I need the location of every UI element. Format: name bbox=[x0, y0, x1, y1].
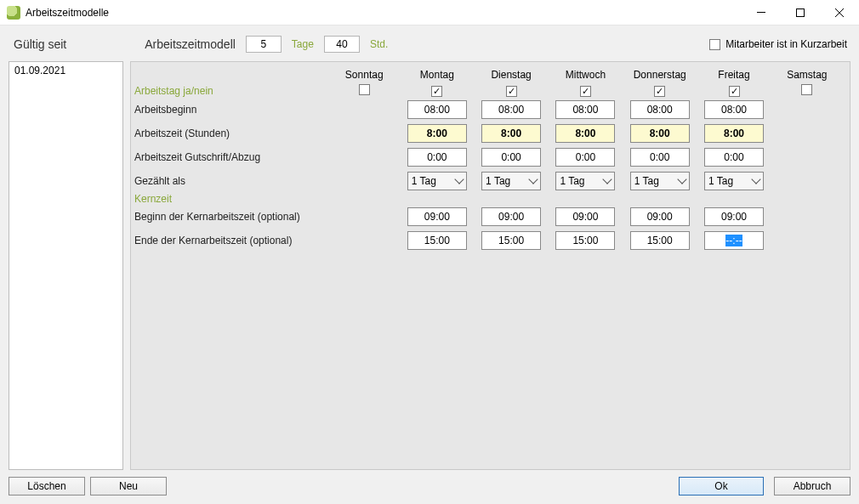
close-icon bbox=[835, 8, 844, 17]
kern-ende-input[interactable] bbox=[555, 231, 615, 250]
workday-checkbox[interactable] bbox=[729, 86, 740, 97]
chevron-down-icon bbox=[603, 174, 612, 184]
ok-button[interactable]: Ok bbox=[679, 477, 764, 496]
gezaehlt-select[interactable]: 1 Tag bbox=[630, 172, 690, 190]
arbeitszeit-input[interactable] bbox=[704, 124, 764, 143]
valid-from-list[interactable]: 01.09.2021 bbox=[9, 61, 123, 470]
app-icon bbox=[7, 6, 20, 20]
chevron-down-icon bbox=[528, 174, 538, 184]
gezaehlt-select[interactable]: 1 Tag bbox=[555, 172, 615, 190]
model-count-input[interactable] bbox=[246, 36, 282, 53]
kurzarbeit-checkbox[interactable]: Mitarbeiter ist in Kurzarbeit bbox=[709, 38, 850, 50]
arbeitsbeginn-input[interactable] bbox=[407, 100, 467, 119]
arbeitszeit-input[interactable] bbox=[555, 124, 615, 143]
arbeitsbeginn-input[interactable] bbox=[630, 100, 690, 119]
gutschrift-input[interactable] bbox=[407, 148, 467, 167]
arbeitsbeginn-input[interactable] bbox=[704, 100, 764, 119]
select-value: 1 Tag bbox=[486, 175, 530, 187]
arbeitszeit-input[interactable] bbox=[407, 124, 467, 143]
day-header: Dienstag bbox=[474, 69, 548, 84]
workday-checkbox[interactable] bbox=[431, 86, 442, 97]
kern-ende-label: Ende der Kernarbeitszeit (optional) bbox=[134, 229, 328, 252]
day-header: Montag bbox=[400, 69, 474, 84]
day-header: Donnerstag bbox=[623, 69, 697, 84]
kern-beginn-input[interactable] bbox=[407, 207, 467, 226]
gutschrift-input[interactable] bbox=[481, 148, 541, 167]
gueltig-seit-label: Gültig seit bbox=[14, 37, 66, 51]
close-button[interactable] bbox=[820, 0, 859, 25]
workday-checkbox[interactable] bbox=[654, 86, 665, 97]
select-value: 1 Tag bbox=[412, 175, 456, 187]
workday-checkbox[interactable] bbox=[580, 86, 591, 97]
day-header: Mittwoch bbox=[549, 69, 623, 84]
list-item[interactable]: 01.09.2021 bbox=[9, 62, 122, 79]
arbeitsbeginn-label: Arbeitsbeginn bbox=[134, 98, 328, 122]
chevron-down-icon bbox=[751, 174, 760, 184]
kern-ende-input[interactable] bbox=[407, 231, 467, 250]
workday-checkbox[interactable] bbox=[801, 84, 812, 95]
select-value: 1 Tag bbox=[708, 175, 753, 187]
kern-ende-input[interactable] bbox=[481, 231, 541, 250]
arbeitsbeginn-input[interactable] bbox=[481, 100, 541, 119]
gezaehlt-label: Gezählt als bbox=[134, 169, 328, 193]
window-body: Gültig seit Arbeitszeitmodell Tage Std. … bbox=[0, 25, 859, 504]
gezaehlt-select[interactable]: 1 Tag bbox=[407, 172, 467, 190]
chevron-down-icon bbox=[454, 174, 464, 184]
workday-checkbox[interactable] bbox=[506, 86, 517, 97]
minimize-button[interactable] bbox=[742, 0, 781, 25]
select-value: 1 Tag bbox=[560, 175, 604, 187]
select-value: 1 Tag bbox=[634, 175, 679, 187]
kernzeit-section-label: Kernzeit bbox=[134, 193, 843, 205]
stunden-input[interactable] bbox=[324, 36, 360, 53]
kern-beginn-input[interactable] bbox=[555, 207, 615, 226]
kurzarbeit-label: Mitarbeiter ist in Kurzarbeit bbox=[725, 38, 847, 50]
gutschrift-label: Arbeitszeit Gutschrift/Abzug bbox=[134, 145, 328, 169]
parameter-row: Gültig seit Arbeitszeitmodell Tage Std. … bbox=[9, 32, 850, 61]
kern-ende-input[interactable] bbox=[630, 231, 690, 250]
arbeitszeit-label: Arbeitszeit (Stunden) bbox=[134, 122, 328, 145]
kern-beginn-label: Beginn der Kernarbeitszeit (optional) bbox=[134, 205, 328, 229]
maximize-button[interactable] bbox=[781, 0, 820, 25]
new-button[interactable]: Neu bbox=[90, 477, 167, 496]
model-label: Arbeitszeitmodell bbox=[145, 37, 236, 51]
chevron-down-icon bbox=[677, 174, 686, 184]
gezaehlt-select[interactable]: 1 Tag bbox=[704, 172, 764, 190]
workday-section-label: Arbeitstag ja/nein bbox=[134, 84, 328, 98]
arbeitsbeginn-input[interactable] bbox=[555, 100, 615, 119]
gezaehlt-select[interactable]: 1 Tag bbox=[481, 172, 541, 190]
tage-label: Tage bbox=[292, 38, 314, 50]
window-controls bbox=[742, 0, 859, 25]
day-header: Freitag bbox=[697, 69, 771, 84]
cancel-button[interactable]: Abbruch bbox=[774, 477, 850, 496]
gutschrift-input[interactable] bbox=[630, 148, 690, 167]
kurzarbeit-check-icon bbox=[709, 39, 720, 50]
kern-beginn-input[interactable] bbox=[630, 207, 690, 226]
day-header: Sonntag bbox=[328, 69, 400, 84]
delete-button[interactable]: Löschen bbox=[9, 477, 85, 496]
kern-beginn-input[interactable] bbox=[704, 207, 764, 226]
std-label: Std. bbox=[370, 38, 388, 50]
kern-beginn-input[interactable] bbox=[481, 207, 541, 226]
day-header: Samstag bbox=[771, 69, 843, 84]
window-title: Arbeitszeitmodelle bbox=[26, 7, 109, 19]
workday-checkbox[interactable] bbox=[359, 84, 370, 95]
gutschrift-input[interactable] bbox=[555, 148, 615, 167]
arbeitszeit-input[interactable] bbox=[481, 124, 541, 143]
schedule-panel: Sonntag Montag Dienstag Mittwoch Donners… bbox=[130, 61, 850, 470]
gutschrift-input[interactable] bbox=[704, 148, 764, 167]
titlebar: Arbeitszeitmodelle bbox=[0, 0, 859, 25]
arbeitszeit-input[interactable] bbox=[630, 124, 690, 143]
button-row: Löschen Neu Ok Abbruch bbox=[9, 470, 850, 496]
kern-ende-input[interactable] bbox=[704, 231, 764, 250]
day-header-row: Sonntag Montag Dienstag Mittwoch Donners… bbox=[134, 69, 843, 84]
